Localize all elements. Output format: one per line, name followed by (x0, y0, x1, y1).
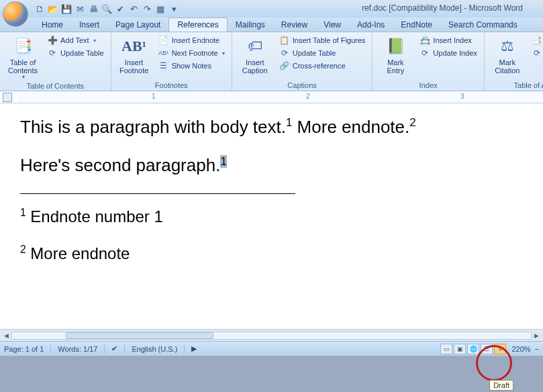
tab-addins[interactable]: Add-Ins (349, 18, 393, 32)
horizontal-scrollbar[interactable]: ◀ ▶ (0, 329, 543, 341)
update-toc-button[interactable]: ⟳Update Table (44, 47, 107, 59)
title-bar: 🗋 📂 💾 ✉ 🖶 🔍 ✔ ↶ ↷ ▦ ▾ ref.doc [Compatibi… (0, 0, 543, 17)
paragraph-2[interactable]: Here's second paragraph.1 (20, 155, 543, 176)
view-outline[interactable]: ☰ (481, 344, 493, 354)
tab-search-commands[interactable]: Search Commands (440, 18, 526, 32)
tab-references[interactable]: References (168, 17, 227, 32)
show-notes-button[interactable]: ☰Show Notes (156, 60, 228, 72)
print-icon[interactable]: 🖶 (87, 3, 99, 15)
tab-home[interactable]: Home (34, 18, 71, 32)
insert-caption-button[interactable]: 🏷 Insert Caption (236, 34, 274, 80)
tof-icon: 📋 (279, 35, 290, 46)
zoom-out-icon[interactable]: − (535, 345, 539, 353)
crossref-icon: 🔗 (279, 60, 290, 71)
mark-entry-icon: 📗 (385, 36, 406, 57)
toc-icon: 📑 (12, 36, 34, 57)
group-captions: 🏷 Insert Caption 📋Insert Table of Figure… (232, 32, 373, 91)
endnote-2[interactable]: 2 More endnote (20, 244, 543, 264)
tab-review[interactable]: Review (273, 18, 315, 32)
toc-button[interactable]: 📑 Table of Contents▾ (4, 34, 42, 81)
update-toa-button[interactable]: ⟳Update T (529, 47, 543, 59)
ruler-mark-3: 3 (460, 93, 464, 100)
paragraph-1[interactable]: This is a paragraph with body text.1 Mor… (20, 117, 543, 138)
mark-citation-button[interactable]: ⚖ Mark Citation (489, 34, 526, 80)
add-text-button[interactable]: ➕Add Text▾ (44, 34, 107, 46)
scroll-thumb[interactable] (66, 332, 213, 339)
insert-tof-button[interactable]: 📋Insert Table of Figures (277, 34, 368, 46)
tab-view[interactable]: View (315, 18, 349, 32)
update-index-button[interactable]: ⟳Update Index (417, 47, 479, 59)
group-index: 📗 Mark Entry 📇Insert Index ⟳Update Index… (373, 32, 484, 91)
tab-endnote[interactable]: EndNote (393, 18, 440, 32)
view-full-reading[interactable]: ▣ (454, 344, 466, 354)
update-toa-icon: ⟳ (532, 48, 542, 58)
quick-access-toolbar: 🗋 📂 💾 ✉ 🖶 🔍 ✔ ↶ ↷ ▦ ▾ (34, 3, 180, 15)
next-footnote-icon: AB¹ (158, 48, 169, 58)
update-captions-button[interactable]: ⟳Update Table (277, 47, 368, 59)
tab-mailings[interactable]: Mailings (228, 18, 273, 32)
insert-toa-button[interactable]: 📑Insert Ta (529, 34, 543, 46)
group-toa: ⚖ Mark Citation 📑Insert Ta ⟳Update T Tab… (485, 32, 543, 91)
status-words[interactable]: Words: 1/17 (58, 345, 97, 353)
insert-toa-icon: 📑 (532, 35, 542, 46)
caption-icon: 🏷 (244, 36, 266, 57)
window-title: ref.doc [Compatibility Mode] - Microsoft… (362, 3, 523, 13)
office-button[interactable] (3, 1, 28, 27)
group-toc: 📑 Table of Contents▾ ➕Add Text▾ ⟳Update … (0, 32, 111, 91)
scroll-track[interactable] (11, 332, 532, 340)
view-print-layout[interactable]: ▭ (440, 344, 452, 354)
show-notes-icon: ☰ (158, 60, 169, 71)
redo-icon[interactable]: ↷ (141, 3, 153, 15)
status-page[interactable]: Page: 1 of 1 (4, 345, 44, 353)
mark-entry-button[interactable]: 📗 Mark Entry (377, 34, 414, 80)
group-footnotes: AB¹ Insert Footnote 📄Insert Endnote AB¹N… (111, 32, 232, 91)
insert-endnote-button[interactable]: 📄Insert Endnote (156, 34, 228, 46)
horizontal-ruler[interactable]: 1 2 3 (0, 91, 543, 103)
spell-icon[interactable]: ✔ (114, 3, 126, 15)
status-language[interactable]: English (U.S.) (132, 345, 177, 353)
macro-icon[interactable]: ▶ (191, 344, 197, 353)
ruler-mark-2: 2 (306, 93, 310, 100)
ribbon: 📑 Table of Contents▾ ➕Add Text▾ ⟳Update … (0, 32, 543, 91)
new-icon[interactable]: 🗋 (34, 3, 46, 15)
mail-icon[interactable]: ✉ (74, 3, 86, 15)
update-index-icon: ⟳ (419, 48, 430, 58)
app-frame-bottom (0, 356, 543, 389)
view-web-layout[interactable]: 🌐 (467, 344, 479, 354)
proofing-icon[interactable]: ✔ (111, 344, 117, 353)
scroll-right-icon[interactable]: ▶ (534, 332, 539, 339)
next-footnote-button[interactable]: AB¹Next Footnote▾ (156, 47, 228, 59)
insert-footnote-button[interactable]: AB¹ Insert Footnote (115, 34, 153, 80)
view-draft[interactable]: ≡ (494, 344, 506, 354)
endnote-separator (20, 193, 295, 194)
group-label-footnotes: Footnotes (115, 80, 228, 91)
update-captions-icon: ⟳ (279, 48, 290, 58)
ribbon-tabs: Home Insert Page Layout References Maili… (0, 17, 543, 32)
zoom-level[interactable]: 220% (511, 345, 530, 353)
selected-superscript[interactable]: 1 (220, 155, 226, 168)
group-label-toa: Table of Aut (489, 80, 543, 91)
undo-icon[interactable]: ↶ (128, 3, 140, 15)
save-icon[interactable]: 💾 (60, 3, 72, 15)
qat-more-icon[interactable]: ▾ (168, 3, 180, 15)
print-preview-icon[interactable]: 🔍 (101, 3, 113, 15)
ruler-mark-1: 1 (152, 93, 156, 100)
crossref-button[interactable]: 🔗Cross-reference (277, 60, 368, 72)
table-icon[interactable]: ▦ (154, 3, 166, 15)
draft-tooltip: Draft (489, 380, 513, 391)
add-text-icon: ➕ (47, 35, 58, 46)
scroll-left-icon[interactable]: ◀ (4, 332, 9, 339)
endnote-1[interactable]: 1 Endnote number 1 (20, 207, 543, 227)
endnote-icon: 📄 (158, 35, 169, 46)
update-icon: ⟳ (47, 48, 58, 58)
toc-label: Table of Contents (8, 58, 38, 75)
citation-icon: ⚖ (497, 36, 518, 57)
document-area[interactable]: This is a paragraph with body text.1 Mor… (0, 103, 543, 329)
insert-index-button[interactable]: 📇Insert Index (417, 34, 479, 46)
footnote-icon: AB¹ (124, 36, 145, 57)
tab-insert[interactable]: Insert (71, 18, 107, 32)
open-icon[interactable]: 📂 (47, 3, 59, 15)
ruler-corner[interactable] (3, 93, 12, 102)
insert-index-icon: 📇 (419, 35, 430, 46)
tab-page-layout[interactable]: Page Layout (107, 18, 168, 32)
